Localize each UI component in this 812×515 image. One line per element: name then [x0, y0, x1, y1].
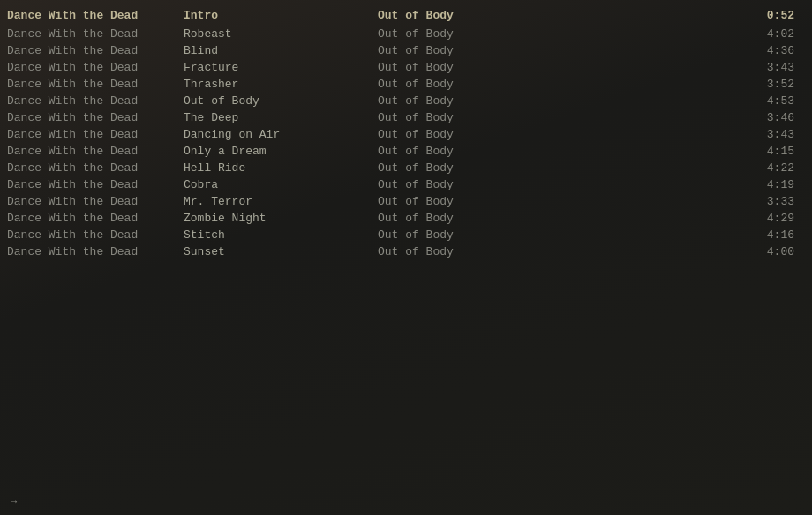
track-duration: 4:00 — [741, 245, 794, 258]
track-duration: 4:02 — [741, 27, 794, 41]
track-title: Cobra — [184, 178, 378, 191]
track-artist: Dance With the Dead — [7, 245, 184, 258]
track-title: Blind — [184, 44, 378, 57]
track-title: Thrasher — [184, 78, 378, 91]
track-duration: 3:52 — [741, 78, 794, 91]
track-duration: 4:15 — [741, 145, 794, 158]
header-title: Intro — [184, 9, 378, 22]
table-row[interactable]: Dance With the DeadOnly a DreamOut of Bo… — [0, 143, 812, 160]
track-title: Only a Dream — [184, 145, 378, 158]
arrow-indicator: → — [11, 496, 17, 508]
track-duration: 4:29 — [741, 212, 794, 225]
track-list-header: Dance With the Dead Intro Out of Body 0:… — [0, 7, 812, 24]
table-row[interactable]: Dance With the DeadFractureOut of Body3:… — [0, 59, 812, 76]
track-album: Out of Body — [378, 27, 741, 41]
track-artist: Dance With the Dead — [7, 161, 184, 175]
track-album: Out of Body — [378, 78, 741, 91]
header-album: Out of Body — [378, 9, 741, 22]
table-row[interactable]: Dance With the DeadOut of BodyOut of Bod… — [0, 93, 812, 109]
table-row[interactable]: Dance With the DeadCobraOut of Body4:19 — [0, 176, 812, 193]
header-duration: 0:52 — [741, 9, 794, 22]
table-row[interactable]: Dance With the DeadThe DeepOut of Body3:… — [0, 109, 812, 126]
track-artist: Dance With the Dead — [7, 78, 184, 91]
track-album: Out of Body — [378, 111, 741, 124]
track-title: Hell Ride — [184, 161, 378, 175]
track-duration: 4:22 — [741, 161, 794, 175]
table-row[interactable]: Dance With the DeadMr. TerrorOut of Body… — [0, 193, 812, 210]
track-artist: Dance With the Dead — [7, 212, 184, 225]
track-album: Out of Body — [378, 195, 741, 208]
track-title: Stitch — [184, 228, 378, 242]
track-artist: Dance With the Dead — [7, 178, 184, 191]
table-row[interactable]: Dance With the DeadSunsetOut of Body4:00 — [0, 243, 812, 260]
track-duration: 4:16 — [741, 228, 794, 242]
track-artist: Dance With the Dead — [7, 94, 184, 108]
table-row[interactable]: Dance With the DeadZombie NightOut of Bo… — [0, 210, 812, 227]
track-title: Mr. Terror — [184, 195, 378, 208]
track-artist: Dance With the Dead — [7, 27, 184, 41]
table-row[interactable]: Dance With the DeadRobeastOut of Body4:0… — [0, 26, 812, 42]
table-row[interactable]: Dance With the DeadHell RideOut of Body4… — [0, 160, 812, 176]
table-row[interactable]: Dance With the DeadDancing on AirOut of … — [0, 126, 812, 143]
track-title: Out of Body — [184, 94, 378, 108]
track-duration: 3:46 — [741, 111, 794, 124]
track-album: Out of Body — [378, 178, 741, 191]
track-list: Dance With the Dead Intro Out of Body 0:… — [0, 0, 812, 267]
table-row[interactable]: Dance With the DeadThrasherOut of Body3:… — [0, 76, 812, 93]
track-artist: Dance With the Dead — [7, 128, 184, 141]
track-title: Fracture — [184, 61, 378, 74]
track-artist: Dance With the Dead — [7, 61, 184, 74]
track-title: Robeast — [184, 27, 378, 41]
track-title: Dancing on Air — [184, 128, 378, 141]
track-duration: 3:43 — [741, 128, 794, 141]
track-duration: 4:53 — [741, 94, 794, 108]
track-album: Out of Body — [378, 94, 741, 108]
table-row[interactable]: Dance With the DeadBlindOut of Body4:36 — [0, 42, 812, 59]
track-duration: 4:19 — [741, 178, 794, 191]
track-title: Sunset — [184, 245, 378, 258]
track-artist: Dance With the Dead — [7, 44, 184, 57]
track-artist: Dance With the Dead — [7, 111, 184, 124]
track-duration: 3:43 — [741, 61, 794, 74]
track-album: Out of Body — [378, 128, 741, 141]
track-title: The Deep — [184, 111, 378, 124]
track-album: Out of Body — [378, 245, 741, 258]
header-artist: Dance With the Dead — [7, 9, 184, 22]
table-row[interactable]: Dance With the DeadStitchOut of Body4:16 — [0, 227, 812, 243]
track-artist: Dance With the Dead — [7, 145, 184, 158]
track-album: Out of Body — [378, 212, 741, 225]
track-duration: 3:33 — [741, 195, 794, 208]
track-artist: Dance With the Dead — [7, 195, 184, 208]
track-duration: 4:36 — [741, 44, 794, 57]
track-album: Out of Body — [378, 145, 741, 158]
track-album: Out of Body — [378, 161, 741, 175]
track-album: Out of Body — [378, 61, 741, 74]
track-album: Out of Body — [378, 228, 741, 242]
track-album: Out of Body — [378, 44, 741, 57]
track-artist: Dance With the Dead — [7, 228, 184, 242]
track-title: Zombie Night — [184, 212, 378, 225]
